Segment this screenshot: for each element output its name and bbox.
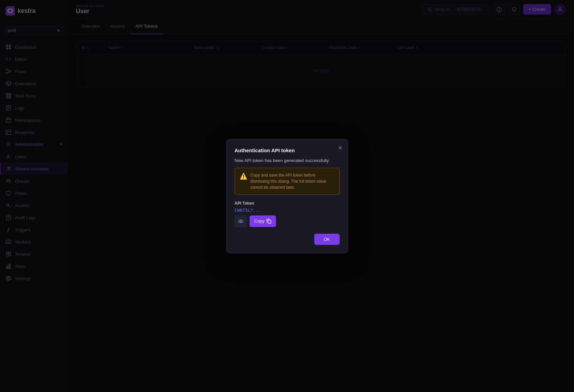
svg-point-50: [240, 221, 241, 222]
modal-title: Authentication API token: [235, 147, 340, 153]
show-token-button[interactable]: [235, 215, 247, 227]
modal-success-message: New API token has been generated success…: [235, 158, 340, 163]
copy-icon: [267, 219, 271, 224]
token-value-display: CW6T5L7...: [235, 208, 340, 213]
warning-text: Copy and save the API token before dismi…: [251, 172, 335, 190]
modal-overlay: Authentication API token ✕ New API token…: [0, 0, 574, 392]
copy-token-button[interactable]: Copy: [250, 215, 276, 227]
authentication-token-modal: Authentication API token ✕ New API token…: [226, 139, 348, 253]
eye-icon: [238, 218, 243, 224]
modal-close-button[interactable]: ✕: [338, 145, 342, 151]
token-actions: Copy: [235, 215, 340, 227]
modal-warning-box: ⚠️ Copy and save the API token before di…: [235, 168, 340, 195]
svg-point-49: [238, 220, 243, 223]
copy-label: Copy: [254, 218, 264, 224]
ok-button[interactable]: OK: [314, 234, 340, 245]
svg-rect-51: [268, 220, 271, 223]
warning-icon: ⚠️: [240, 172, 247, 180]
token-label: API Token: [235, 201, 340, 206]
